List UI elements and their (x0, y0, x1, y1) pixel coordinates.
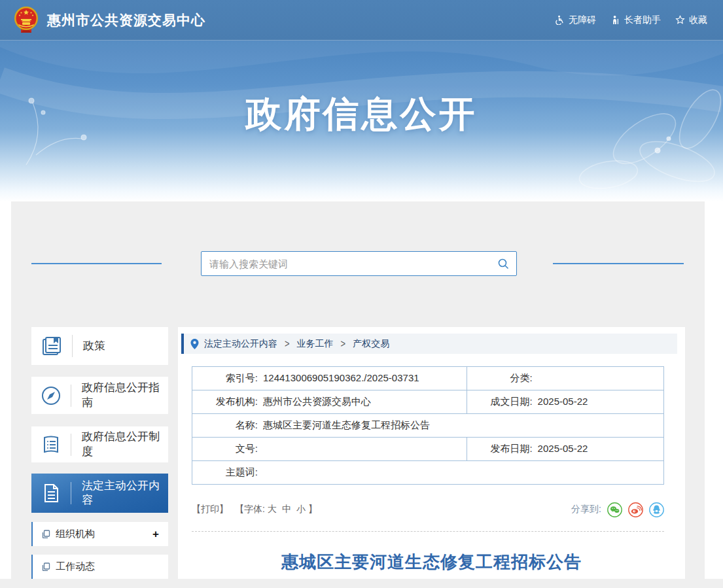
star-icon (675, 15, 685, 25)
sidebar-item-label: 政府信息公开指南 (71, 381, 168, 409)
breadcrumb-separator: > (285, 338, 290, 350)
map-pin-icon (190, 339, 199, 349)
table-cell: 成文日期:2025-05-22 (467, 390, 663, 414)
table-cell: 发布日期:2025-05-22 (467, 438, 663, 461)
search-input[interactable] (202, 252, 490, 275)
index-number-label: 索引号: (192, 372, 258, 385)
page: 惠州市公共资源交易中心 无障碍 长者助手 (0, 0, 723, 588)
article-title: 惠城区主要河道生态修复工程招标公告 (178, 551, 685, 574)
font-size-small-button[interactable]: 小 (296, 504, 306, 515)
table-row: 索引号:124413006905190362./2025-03731 分类: (192, 367, 664, 390)
weibo-icon (628, 502, 643, 517)
share-group: 分享到: (571, 502, 664, 517)
search-button[interactable] (490, 252, 516, 275)
sidebar-subitem-label: 组织机构 (56, 528, 95, 540)
category-label: 分类: (467, 372, 533, 385)
dashed-divider (192, 531, 664, 532)
breadcrumb-item[interactable]: 业务工作 (297, 338, 334, 350)
banner: 政府信息公开 (0, 41, 723, 201)
publisher-label: 发布机构: (192, 396, 258, 408)
index-number-value: 124413006905190362./2025-03731 (263, 372, 419, 383)
table-cell: 主题词: (192, 461, 664, 485)
top-menu: 无障碍 长者助手 收藏 (555, 14, 707, 26)
font-size-prefix: 【字体: (235, 504, 265, 515)
table-cell: 发布机构:惠州市公共资源交易中心 (192, 390, 467, 414)
article-toolbar: 【打印】 【字体: 大 中 小 】 分享到: (192, 501, 664, 518)
written-date-label: 成文日期: (467, 396, 533, 408)
sidebar-subitem-label: 工作动态 (56, 561, 95, 573)
wheelchair-icon (555, 15, 565, 25)
elder-assist-button[interactable]: 长者助手 (610, 14, 661, 26)
accessibility-button[interactable]: 无障碍 (555, 14, 596, 26)
share-qq-button[interactable] (649, 502, 664, 517)
font-size-large-button[interactable]: 大 (268, 504, 277, 515)
table-cell: 文号: (192, 438, 467, 461)
pages-icon (42, 530, 50, 538)
sidebar-item-statutory-disclosure[interactable]: 法定主动公开内容 (31, 474, 168, 513)
sidebar-item-policy[interactable]: 政策 (31, 327, 168, 365)
breadcrumb-item[interactable]: 法定主动公开内容 (204, 338, 277, 350)
font-size-suffix: 】 (308, 504, 317, 515)
favorite-label: 收藏 (689, 14, 707, 26)
document-meta-table: 索引号:124413006905190362./2025-03731 分类: 发… (192, 366, 664, 485)
accessibility-label: 无障碍 (569, 14, 596, 26)
sidebar-item-label: 政策 (73, 339, 105, 353)
share-label: 分享到: (571, 504, 601, 515)
wechat-icon (607, 502, 622, 517)
book-icon (31, 335, 72, 357)
top-bar: 惠州市公共资源交易中心 无障碍 长者助手 (0, 0, 723, 41)
search-icon (497, 258, 509, 269)
share-weibo-button[interactable] (628, 502, 643, 517)
elder-assist-icon (610, 15, 620, 25)
site-title: 惠州市公共资源交易中心 (47, 11, 205, 29)
sidebar-item-disclosure-rules[interactable]: 政府信息公开制度 (31, 426, 168, 462)
written-date-value: 2025-05-22 (538, 396, 588, 407)
breadcrumb-separator: > (341, 338, 346, 350)
document-name-label: 名称: (192, 419, 258, 432)
breadcrumb-item[interactable]: 产权交易 (353, 338, 389, 350)
site-brand[interactable]: 惠州市公共资源交易中心 (13, 6, 205, 35)
keywords-label: 主题词: (192, 466, 258, 479)
publisher-value: 惠州市公共资源交易中心 (263, 396, 371, 407)
qq-icon (649, 502, 664, 517)
table-cell: 分类: (467, 367, 663, 390)
notebook-icon (31, 434, 71, 456)
table-row: 主题词: (192, 461, 664, 485)
footer-strip (0, 579, 723, 588)
divider (553, 263, 684, 264)
document-name-value: 惠城区主要河道生态修复工程招标公告 (263, 419, 430, 430)
publish-date-value: 2025-05-22 (538, 443, 588, 454)
sidebar-item-disclosure-guide[interactable]: 政府信息公开指南 (31, 377, 168, 414)
share-wechat-button[interactable] (607, 502, 622, 517)
pages-icon (42, 562, 50, 571)
table-row: 文号: 发布日期:2025-05-22 (192, 438, 664, 461)
elder-assist-label: 长者助手 (624, 14, 661, 26)
sidebar-subitem-organization[interactable]: 组织机构 + (31, 522, 168, 546)
table-row: 发布机构:惠州市公共资源交易中心 成文日期:2025-05-22 (192, 390, 664, 414)
page-title: 政府信息公开 (0, 90, 723, 139)
search-bar (201, 251, 517, 276)
publish-date-label: 发布日期: (467, 443, 533, 455)
compass-icon (31, 385, 71, 407)
sidebar-item-label: 政府信息公开制度 (71, 430, 168, 458)
sidebar-subitem-work-news[interactable]: 工作动态 (31, 555, 168, 579)
breadcrumb: 法定主动公开内容 > 业务工作 > 产权交易 (181, 334, 677, 354)
table-cell: 名称:惠城区主要河道生态修复工程招标公告 (192, 414, 664, 438)
expand-plus-icon[interactable]: + (152, 528, 159, 541)
divider (31, 263, 162, 264)
document-icon (31, 482, 71, 504)
national-emblem-icon (13, 6, 39, 35)
favorite-button[interactable]: 收藏 (675, 14, 707, 26)
print-button[interactable]: 【打印】 (192, 504, 228, 515)
table-cell: 索引号:124413006905190362./2025-03731 (192, 367, 467, 390)
table-row: 名称:惠城区主要河道生态修复工程招标公告 (192, 414, 664, 438)
sidebar-item-label: 法定主动公开内容 (71, 479, 168, 508)
font-size-medium-button[interactable]: 中 (282, 504, 291, 515)
doc-number-label: 文号: (192, 443, 258, 455)
